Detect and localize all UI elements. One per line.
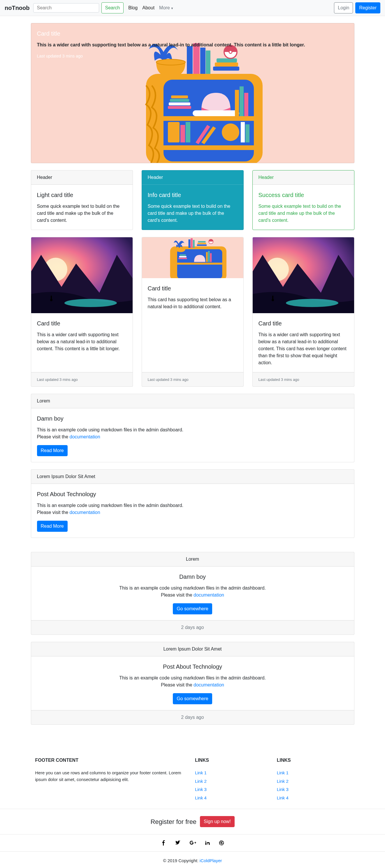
post-card-centered: Lorem Ipsum Dolor Sit Amet Post About Te…: [31, 642, 354, 725]
go-somewhere-button[interactable]: Go somewhere: [173, 603, 212, 614]
search-button[interactable]: Search: [101, 2, 124, 13]
card-title: Info card title: [148, 191, 238, 199]
footer-links-heading: Links: [195, 757, 268, 764]
post-title: Damn boy: [37, 572, 348, 581]
page-footer: Footer Content Here you can use rows and…: [0, 748, 385, 868]
svg-rect-46: [197, 243, 206, 244]
themed-card-deck: Header Light card title Some quick examp…: [31, 170, 354, 230]
facebook-icon[interactable]: [161, 840, 166, 845]
nav-links: Blog About More▼: [128, 4, 173, 11]
navbar: noTnoob Search Blog About More▼ Login Re…: [0, 0, 385, 16]
footer-link[interactable]: Link 3: [277, 787, 288, 792]
documentation-link[interactable]: documentation: [70, 510, 100, 515]
card-text: Some quick example text to build on the …: [258, 203, 348, 224]
footer-link[interactable]: Link 4: [277, 795, 288, 800]
footer-content-heading: Footer Content: [35, 757, 186, 764]
footer-link[interactable]: Link 1: [277, 770, 288, 775]
card-header: Lorem: [31, 552, 354, 566]
post-title: Damn boy: [37, 414, 348, 423]
hero-card-text: This is a wider card with supporting tex…: [37, 41, 348, 49]
card-footer-text: Last updated 3 mins ago: [258, 377, 299, 382]
nav-link-blog[interactable]: Blog: [128, 4, 138, 11]
post-title: Post About Technology: [37, 490, 348, 498]
card-title: Card title: [37, 319, 127, 328]
linkedin-icon[interactable]: [205, 840, 210, 845]
go-somewhere-button[interactable]: Go somewhere: [173, 693, 212, 704]
svg-rect-38: [179, 254, 186, 256]
footer-link[interactable]: Link 4: [195, 795, 207, 800]
card-header: Header: [142, 170, 243, 185]
post-body: This is an example code using markdown f…: [37, 675, 348, 688]
svg-rect-53: [272, 296, 273, 300]
read-more-button[interactable]: Read More: [37, 521, 68, 532]
svg-rect-40: [208, 251, 210, 262]
cta-row: Register for free Sign up now!: [0, 809, 385, 834]
post-card: Lorem Damn boy This is an example code u…: [31, 394, 354, 462]
card-header: Lorem Ipsum Dolor Sit Amet: [31, 470, 354, 484]
documentation-link[interactable]: documentation: [70, 434, 100, 439]
dribbble-icon[interactable]: [219, 840, 224, 845]
copyright: © 2019 Copyright: iColdPlayer: [0, 851, 385, 868]
read-more-button[interactable]: Read More: [37, 445, 68, 456]
card-title: Card title: [258, 319, 348, 328]
footer-links-list: Link 1 Link 2 Link 3 Link 4: [277, 770, 350, 801]
card-header: Lorem: [31, 394, 354, 408]
footer-link[interactable]: Link 1: [195, 770, 207, 775]
card-text: Some quick example text to build on the …: [37, 203, 127, 224]
chevron-down-icon: ▼: [171, 7, 174, 10]
success-card: Header Success card title Some quick exa…: [252, 170, 354, 230]
card-text: This is a wider card with supporting tex…: [37, 331, 127, 352]
post-title: Post About Technology: [37, 662, 348, 671]
hero-card-updated: Last updated 3 mins ago: [37, 53, 348, 60]
post-card-centered: Lorem Damn boy This is an example code u…: [31, 552, 354, 635]
copyright-link[interactable]: iColdPlayer: [200, 858, 222, 863]
footer-content-text: Here you can use rows and columns to org…: [35, 770, 186, 783]
nav-dropdown-more[interactable]: More▼: [159, 4, 173, 11]
footer-links-list: Link 1 Link 2 Link 3 Link 4: [195, 770, 268, 801]
post-body: This is an example code using markdown f…: [37, 585, 348, 599]
documentation-link[interactable]: documentation: [194, 592, 224, 597]
landscape-image: [31, 237, 133, 313]
footer-links-heading: Links: [277, 757, 350, 764]
card-text: This is a wider card with supporting tex…: [258, 331, 348, 366]
svg-rect-44: [193, 240, 195, 248]
card-text: This card has supporting text below as a…: [148, 296, 238, 310]
cta-text: Register for free: [150, 817, 197, 827]
svg-rect-45: [197, 245, 207, 246]
google-plus-icon[interactable]: [190, 840, 196, 845]
nav-link-about[interactable]: About: [142, 4, 154, 11]
svg-rect-43: [190, 238, 193, 248]
landscape-image: [253, 237, 354, 313]
svg-rect-32: [51, 296, 52, 300]
documentation-link[interactable]: documentation: [194, 682, 224, 687]
svg-rect-47: [198, 241, 206, 243]
post-body: This is an example code using markdown f…: [37, 426, 348, 440]
brand-logo[interactable]: noTnoob: [5, 3, 30, 12]
svg-rect-39: [206, 252, 208, 262]
card-footer-text: Last updated 3 mins ago: [148, 377, 188, 382]
card-title: Success card title: [258, 191, 348, 199]
image-card-deck: Card title This is a wider card with sup…: [31, 237, 354, 387]
info-card: Header Info card title Some quick exampl…: [142, 170, 244, 230]
image-card: Card title This is a wider card with sup…: [31, 237, 133, 387]
image-card: Card title This card has supporting text…: [142, 237, 244, 387]
login-button[interactable]: Login: [334, 2, 353, 13]
twitter-icon[interactable]: [175, 840, 181, 845]
nav-more-label: More: [159, 5, 170, 10]
card-header: Header: [253, 170, 354, 185]
card-text: Some quick example text to build on the …: [148, 203, 238, 224]
svg-rect-42: [188, 239, 190, 248]
light-card: Header Light card title Some quick examp…: [31, 170, 133, 230]
svg-rect-36: [178, 258, 187, 259]
signup-button[interactable]: Sign up now!: [200, 816, 235, 827]
footer-link[interactable]: Link 2: [195, 779, 207, 784]
search-input[interactable]: [33, 3, 99, 12]
register-button[interactable]: Register: [355, 2, 380, 13]
card-footer-text: Last updated 3 mins ago: [37, 377, 78, 382]
card-header: Header: [31, 170, 133, 185]
image-card: Card title This is a wider card with sup…: [252, 237, 354, 387]
footer-link[interactable]: Link 3: [195, 787, 207, 792]
footer-link[interactable]: Link 2: [277, 779, 288, 784]
svg-rect-41: [210, 253, 212, 262]
card-title: Light card title: [37, 191, 127, 199]
